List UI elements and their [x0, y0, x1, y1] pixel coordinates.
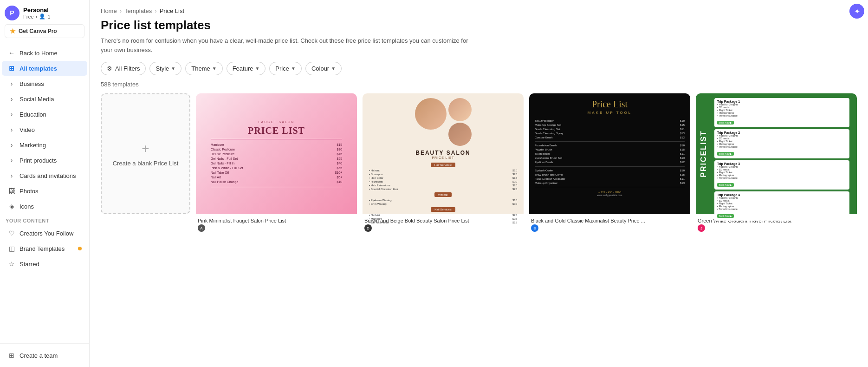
avatar: P — [5, 6, 19, 20]
theme-chevron-icon: ▼ — [212, 66, 217, 71]
your-content-label: Your Content — [0, 214, 89, 225]
all-filters-button[interactable]: ⚙ All Filters — [101, 62, 146, 75]
sidebar: P Personal Free • 👤 1 ★ Get Canva Pro ← … — [0, 0, 90, 367]
sidebar-item-brand-templates[interactable]: ◫ Brand Templates — [2, 241, 87, 256]
blank-template-card[interactable]: + Create a blank Price List — [101, 93, 190, 214]
black-card-title-text: Price List — [592, 99, 628, 110]
template-card-beige[interactable]: BEAUTY SALON PRICE LIST Hair Services: •… — [363, 93, 524, 234]
sidebar-item-creators[interactable]: ♡ Creators You Follow — [2, 226, 87, 241]
black-author-avatar: B — [531, 224, 538, 232]
breadcrumb-templates[interactable]: Templates — [124, 7, 152, 14]
marketing-icon: › — [7, 141, 16, 149]
top-right-icon[interactable]: ✦ — [849, 4, 864, 19]
breadcrumb: Home › Templates › Price List — [90, 0, 868, 18]
sidebar-item-back[interactable]: ← Back to Home — [2, 46, 87, 60]
sidebar-bottom: ⊞ Create a team — [0, 343, 89, 367]
pink-card-author: A — [198, 224, 355, 232]
black-card-footer: Black and Gold Classic Maximalist Beauty… — [529, 214, 690, 234]
templates-grid: + Create a blank Price List FAUGET SALON… — [90, 92, 868, 245]
sidebar-item-all-templates[interactable]: ⊞ All templates — [2, 61, 87, 76]
sidebar-nav: ← Back to Home ⊞ All templates › Busines… — [0, 42, 89, 275]
breadcrumb-home[interactable]: Home — [101, 7, 117, 14]
pro-star-icon: ★ — [10, 27, 16, 35]
breadcrumb-current: Price List — [160, 7, 184, 14]
template-card-black[interactable]: Price List MAKE UP TOOL Beauty Blender$1… — [529, 93, 690, 234]
user-row: P Personal Free • 👤 1 — [5, 6, 84, 20]
breadcrumb-sep-1: › — [120, 7, 122, 14]
sidebar-top: P Personal Free • 👤 1 ★ Get Canva Pro — [0, 0, 89, 42]
beige-author-avatar: D — [364, 224, 372, 232]
business-icon: › — [7, 79, 16, 88]
education-icon: › — [7, 110, 16, 118]
user-plan: Free • 👤 1 — [23, 13, 51, 20]
plus-icon: + — [142, 141, 149, 156]
brand-icon: ◫ — [7, 244, 16, 253]
sidebar-item-business[interactable]: › Business — [2, 76, 87, 91]
filter-icon: ⚙ — [107, 65, 112, 72]
theme-filter[interactable]: Theme ▼ — [185, 62, 222, 75]
user-info: Personal Free • 👤 1 — [23, 7, 51, 20]
template-card-pink[interactable]: FAUGET SALON PRICE LIST Manicure$15 Clas… — [196, 93, 357, 234]
black-card-subtitle-text: MAKE UP TOOL — [588, 111, 632, 115]
sidebar-item-cards[interactable]: › Cards and invitations — [2, 168, 87, 183]
starred-icon: ☆ — [7, 260, 16, 268]
breadcrumb-sep-2: › — [155, 7, 156, 14]
cards-icon: › — [7, 171, 16, 180]
black-card-title-label: Black and Gold Classic Maximalist Beauty… — [531, 218, 688, 223]
social-icon: › — [7, 95, 16, 103]
pink-price-title: PRICE LIST — [248, 125, 305, 136]
green-vert-text: PRICELIST — [700, 130, 708, 177]
sidebar-item-starred[interactable]: ☆ Starred — [2, 256, 87, 271]
pink-salon-name: FAUGET SALON — [259, 120, 295, 124]
page-description: There's no room for confusion when you h… — [101, 36, 472, 54]
feature-filter[interactable]: Feature ▼ — [227, 62, 266, 75]
green-packages: Trip Package 1 • Hotel for 3 nights • 3X… — [714, 98, 849, 221]
sidebar-item-education[interactable]: › Education — [2, 107, 87, 122]
icons-icon: ◈ — [7, 202, 16, 210]
sidebar-item-photos[interactable]: 🖼 Photos — [2, 184, 87, 198]
black-card-author: B — [531, 224, 688, 232]
page-header: Price list templates There's no room for… — [90, 18, 868, 62]
green-author-avatar: J — [698, 224, 705, 232]
grid-icon: ⊞ — [7, 64, 16, 72]
video-icon: › — [7, 125, 16, 134]
sidebar-item-social-media[interactable]: › Social Media — [2, 92, 87, 106]
print-icon: › — [7, 156, 16, 164]
creators-icon: ♡ — [7, 229, 16, 237]
sidebar-item-video[interactable]: › Video — [2, 122, 87, 137]
main-content: Home › Templates › Price List Price list… — [90, 0, 868, 367]
brand-templates-badge — [78, 247, 82, 250]
pink-author-avatar: A — [198, 224, 205, 232]
colour-chevron-icon: ▼ — [331, 66, 336, 71]
style-filter[interactable]: Style ▼ — [149, 62, 181, 75]
user-name: Personal — [23, 7, 51, 13]
team-icon: ⊞ — [7, 351, 16, 360]
feature-chevron-icon: ▼ — [255, 66, 259, 71]
beige-card-author: D — [364, 224, 522, 232]
pink-card-footer: Pink Minimalist Fauget Salon Price List … — [196, 214, 357, 234]
colour-filter[interactable]: Colour ▼ — [305, 62, 342, 75]
pink-card-title: Pink Minimalist Fauget Salon Price List — [198, 218, 355, 223]
filters-bar: ⚙ All Filters Style ▼ Theme ▼ Feature ▼ … — [90, 62, 868, 79]
sidebar-item-print[interactable]: › Print products — [2, 153, 87, 168]
price-chevron-icon: ▼ — [291, 66, 296, 71]
template-card-green[interactable]: PRICELIST Trip Package 1 • Hotel for 3 n… — [696, 93, 857, 234]
photos-icon: 🖼 — [7, 187, 16, 195]
sidebar-item-create-team[interactable]: ⊞ Create a team — [2, 348, 87, 363]
template-count: 588 templates — [90, 79, 868, 92]
green-card-author: J — [698, 224, 855, 232]
page-title: Price list templates — [101, 18, 857, 33]
style-chevron-icon: ▼ — [171, 66, 175, 71]
sidebar-item-icons[interactable]: ◈ Icons — [2, 199, 87, 214]
back-icon: ← — [7, 49, 16, 57]
sidebar-item-marketing[interactable]: › Marketing — [2, 138, 87, 152]
blank-card-label: Create a blank Price List — [113, 160, 179, 167]
price-filter[interactable]: Price ▼ — [269, 62, 302, 75]
get-pro-button[interactable]: ★ Get Canva Pro — [5, 24, 84, 38]
